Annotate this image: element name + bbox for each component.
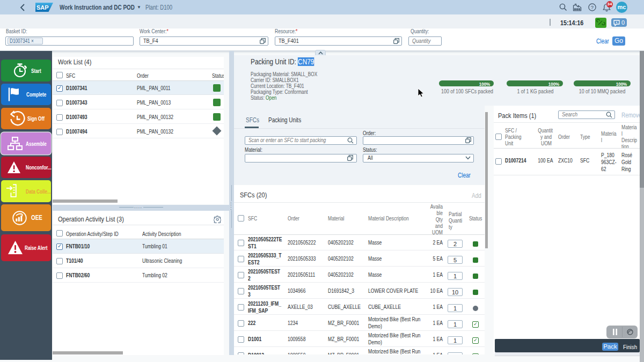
svg-text:SAP: SAP xyxy=(36,4,49,11)
svg-text:?: ? xyxy=(591,4,594,10)
